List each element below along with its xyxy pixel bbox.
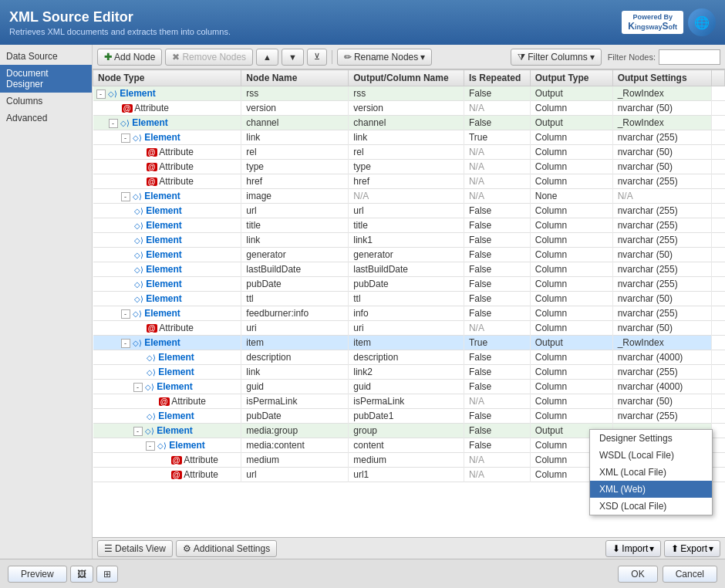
element-arrows-icon: ◇⟩ <box>134 280 143 289</box>
table-row[interactable]: @ AttributeisPermaLinkisPermaLinkN/AColu… <box>93 394 725 409</box>
na-repeated: N/A <box>469 176 484 187</box>
element-label: Element <box>146 264 182 275</box>
table-row[interactable]: - ◇⟩ ElementguidguidFalseColumnnvarchar … <box>93 380 725 394</box>
details-view-button[interactable]: ☰ Details View <box>97 540 173 557</box>
table-row[interactable]: - ◇⟩ ElementchannelchannelFalseOutput_Ro… <box>93 116 725 130</box>
filter-nodes-input[interactable] <box>659 49 720 65</box>
sidebar-item-data-source[interactable]: Data Source <box>0 48 92 65</box>
expand-icon[interactable]: - <box>121 309 130 319</box>
table-row[interactable]: ◇⟩ Elementlinklink1FalseColumnnvarchar (… <box>93 233 725 248</box>
move-down-button[interactable]: ▼ <box>282 49 304 66</box>
element-label: Element <box>146 249 182 260</box>
cell-output-type: Column <box>530 145 612 160</box>
cell-is-repeated: N/A <box>464 145 530 160</box>
expand-icon[interactable]: - <box>121 339 130 348</box>
cell-output-settings: nvarchar (255) <box>612 409 711 424</box>
table-row[interactable]: - ◇⟩ ElementlinklinkTrueColumnnvarchar (… <box>93 130 725 145</box>
add-node-button[interactable]: ✚ Add Node <box>97 49 162 66</box>
table-row[interactable]: @ AttributeversionversionN/AColumnnvarch… <box>93 101 725 116</box>
dropdown-item-xml-local[interactable]: XML (Local File) <box>590 464 712 481</box>
cell-is-repeated: False <box>464 248 530 262</box>
table-row[interactable]: ◇⟩ ElementpubDatepubDate1FalseColumnnvar… <box>93 409 725 424</box>
dropdown-item-xsd-local[interactable]: XSD (Local File) <box>590 498 712 515</box>
expand-icon[interactable]: - <box>109 119 118 128</box>
cell-node-name: link <box>241 365 349 380</box>
table-row[interactable]: @ AttributetypetypeN/AColumnnvarchar (50… <box>93 160 725 174</box>
expand-icon[interactable]: - <box>121 133 130 143</box>
table-row[interactable]: ◇⟩ ElementtitletitleFalseColumnnvarchar … <box>93 218 725 233</box>
attribute-label: Attribute <box>159 176 194 187</box>
move-up-button[interactable]: ▲ <box>256 49 278 66</box>
table-row[interactable]: ◇⟩ ElementpubDatepubDateFalseColumnnvarc… <box>93 277 725 292</box>
cell-node-name: rss <box>241 86 349 101</box>
preview-grid-button[interactable]: ⊞ <box>96 566 118 583</box>
table-row[interactable]: - ◇⟩ ElementrssrssFalseOutput_RowIndex <box>93 86 725 101</box>
table-row[interactable]: ◇⟩ ElementttlttlFalseColumnnvarchar (50) <box>93 292 725 306</box>
expand-icon[interactable]: - <box>146 441 155 451</box>
table-row[interactable]: ◇⟩ ElementlastBuildDatelastBuildDateFals… <box>93 262 725 277</box>
cancel-button[interactable]: Cancel <box>663 566 717 583</box>
attribute-badge: @ <box>147 177 157 186</box>
sidebar-item-columns[interactable]: Columns <box>0 93 92 110</box>
table-row[interactable]: ◇⟩ ElementgeneratorgeneratorFalseColumnn… <box>93 248 725 262</box>
expand-icon[interactable]: - <box>133 383 143 392</box>
col-header-node-type: Node Type <box>93 70 241 86</box>
element-label: Element <box>144 337 180 348</box>
chevron-import: ▾ <box>649 543 654 554</box>
cell-node-name: generator <box>241 248 349 262</box>
cell-node-type: ◇⟩ Element <box>93 409 241 424</box>
element-arrows-icon: ◇⟩ <box>145 383 154 391</box>
expand-icon[interactable]: - <box>121 192 130 201</box>
element-arrows-icon: ◇⟩ <box>147 368 156 377</box>
element-label: Element <box>157 381 193 392</box>
cell-node-type: ◇⟩ Element <box>93 262 241 277</box>
additional-settings-button[interactable]: ⚙ Additional Settings <box>176 540 277 557</box>
cell-node-type: - ◇⟩ Element <box>93 438 241 453</box>
export-button[interactable]: ⬆ Export ▾ <box>664 540 720 557</box>
element-label: Element <box>120 88 156 99</box>
attribute-label: Attribute <box>134 103 169 113</box>
preview-button[interactable]: Preview <box>8 566 67 583</box>
import-button[interactable]: ⬇ Import ▾ <box>605 540 661 557</box>
cell-is-repeated: False <box>464 380 530 394</box>
cell-output-name: title <box>349 218 464 233</box>
move-end-button[interactable]: ⊻ <box>307 49 327 66</box>
attribute-badge: @ <box>171 471 182 479</box>
table-row[interactable]: @ AttributeuriuriN/AColumnnvarchar (50) <box>93 321 725 336</box>
col-header-output-column: Output/Column Name <box>349 70 464 86</box>
cell-output-name: href <box>349 174 464 189</box>
cell-output-type: Output <box>530 86 612 101</box>
cell-output-name: description <box>349 350 464 365</box>
sidebar-item-advanced[interactable]: Advanced <box>0 110 92 127</box>
table-row[interactable]: ◇⟩ Elementlinklink2FalseColumnnvarchar (… <box>93 365 725 380</box>
dropdown-item-designer-settings[interactable]: Designer Settings <box>590 430 712 447</box>
cell-output-name: link1 <box>349 233 464 248</box>
table-row[interactable]: - ◇⟩ ElementitemitemTrueOutput_RowIndex <box>93 336 725 350</box>
dropdown-item-wsdl-local[interactable]: WSDL (Local File) <box>590 447 712 464</box>
preview-icon-button[interactable]: 🖼 <box>70 566 93 583</box>
ok-button[interactable]: OK <box>618 566 657 583</box>
table-row[interactable]: ◇⟩ ElementdescriptiondescriptionFalseCol… <box>93 350 725 365</box>
table-row[interactable]: ◇⟩ ElementurlurlFalseColumnnvarchar (255… <box>93 204 725 218</box>
sidebar-item-document-designer[interactable]: Document Designer <box>0 65 92 93</box>
attribute-label: Attribute <box>159 323 194 333</box>
cell-output-name: channel <box>349 116 464 130</box>
table-row[interactable]: - ◇⟩ Elementfeedburner:infoinfoFalseColu… <box>93 306 725 321</box>
cell-node-type: - ◇⟩ Element <box>93 86 241 101</box>
cell-node-name: media:content <box>241 438 349 453</box>
cell-output-settings: nvarchar (50) <box>612 160 711 174</box>
filter-columns-button[interactable]: ⧩ Filter Columns ▾ <box>511 49 601 66</box>
table-row[interactable]: @ AttributerelrelN/AColumnnvarchar (50) <box>93 145 725 160</box>
remove-nodes-button[interactable]: ✖ Remove Nodes <box>165 49 253 66</box>
element-label: Element <box>146 279 182 289</box>
cell-output-settings: nvarchar (50) <box>612 292 711 306</box>
cell-output-settings: _RowIndex <box>612 336 711 350</box>
table-row[interactable]: - ◇⟩ ElementimageN/AN/ANoneN/A <box>93 189 725 204</box>
table-row[interactable]: @ AttributehrefhrefN/AColumnnvarchar (25… <box>93 174 725 189</box>
import-icon: ⬇ <box>612 543 620 554</box>
rename-nodes-button[interactable]: ✏ Rename Nodes ▾ <box>337 49 432 66</box>
expand-icon[interactable]: - <box>96 90 106 99</box>
expand-icon[interactable]: - <box>133 427 143 436</box>
cell-is-repeated: N/A <box>464 321 530 336</box>
dropdown-item-xml-web[interactable]: XML (Web) <box>590 481 712 498</box>
